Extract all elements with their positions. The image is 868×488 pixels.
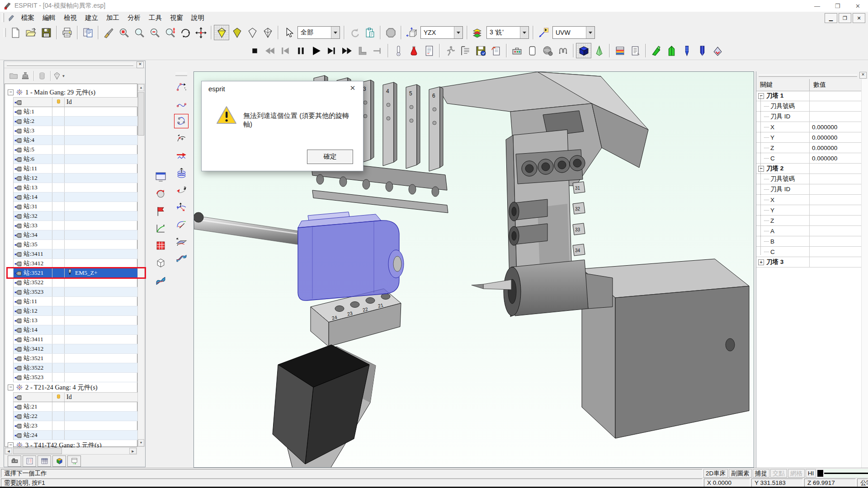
stock-cube-button[interactable]: [153, 255, 168, 270]
sim-fast-forward-button[interactable]: [339, 43, 354, 58]
property-row[interactable]: +刀塔 3: [756, 257, 862, 267]
stock-button[interactable]: [524, 43, 540, 58]
tree-row-station[interactable]: 站:3523: [14, 287, 138, 297]
minimize-button[interactable]: —: [807, 0, 827, 12]
tree-row-station[interactable]: 站:4: [14, 136, 138, 145]
status-toggle-2[interactable]: 捕捉: [753, 469, 769, 478]
chevron-down-icon[interactable]: [586, 27, 594, 38]
tree-column-header[interactable]: Id: [14, 97, 138, 107]
property-row[interactable]: −刀塔 2: [756, 164, 862, 174]
work-plane-combobox[interactable]: YZX: [420, 26, 463, 39]
machine-axes-button[interactable]: [153, 221, 168, 235]
redraw-brush-button[interactable]: [101, 25, 116, 40]
tree-row-station[interactable]: 站:3: [14, 126, 138, 136]
direction-arrow-button[interactable]: [174, 148, 189, 163]
scroll-right-arrow[interactable]: ▶: [129, 448, 137, 454]
collision-button[interactable]: [406, 43, 421, 58]
sim-rewind-button[interactable]: [262, 43, 278, 58]
scroll-up-arrow[interactable]: ▲: [138, 84, 144, 91]
active-layer-combobox[interactable]: 3 '銑': [486, 26, 529, 39]
tree-row-station[interactable]: 站:3521EM5_Z+: [14, 268, 138, 278]
doc-export-button[interactable]: [627, 43, 643, 58]
undo-button[interactable]: [347, 25, 362, 40]
flat-shaded-button[interactable]: [229, 25, 245, 40]
panel-close-button[interactable]: ✕: [137, 61, 144, 68]
chevron-down-icon[interactable]: ▼: [62, 74, 66, 78]
menu-item-file[interactable]: 檔案: [17, 12, 38, 23]
tool-multi-button[interactable]: [710, 43, 725, 58]
property-row[interactable]: C0.000000: [756, 153, 862, 164]
tree-row-station[interactable]: 站:21: [14, 402, 138, 412]
work-plane-button[interactable]: [404, 25, 419, 40]
expander-minus-icon[interactable]: −: [8, 385, 14, 390]
dialog-close-button[interactable]: ✕: [348, 84, 358, 92]
shaded-view-button[interactable]: [214, 25, 229, 40]
expander-minus-icon[interactable]: −: [758, 93, 764, 99]
maximize-button[interactable]: ❐: [827, 0, 848, 12]
status-toggle-1[interactable]: 副圖素: [729, 469, 752, 478]
tree-row-station[interactable]: 站:22: [14, 412, 138, 421]
open-button[interactable]: [23, 25, 38, 40]
tree-row-station[interactable]: 站:34: [14, 230, 138, 240]
scroll-down-arrow[interactable]: ▼: [138, 439, 144, 446]
menu-item-edit[interactable]: 編輯: [38, 12, 60, 23]
toolbox-button[interactable]: [509, 43, 524, 58]
zoom-scale-button[interactable]: [162, 25, 178, 40]
preview-button[interactable]: [80, 25, 95, 40]
property-row[interactable]: 刀具 ID: [756, 184, 862, 195]
property-row[interactable]: C: [756, 247, 862, 257]
close-button[interactable]: ✕: [848, 0, 868, 12]
expander-plus-icon[interactable]: +: [758, 259, 764, 265]
tree-row-station[interactable]: 站:12: [14, 306, 138, 316]
status-toggle-5[interactable]: HI: [806, 469, 816, 478]
setup-list-button[interactable]: [458, 43, 473, 58]
save-simulation-button[interactable]: [473, 43, 488, 58]
tree-row-station[interactable]: 站:3412: [14, 344, 138, 354]
save-button[interactable]: [38, 25, 54, 40]
property-row[interactable]: 刀具 ID: [756, 112, 862, 122]
stamp-button[interactable]: [19, 70, 31, 82]
property-row[interactable]: B: [756, 236, 862, 247]
zoom-button[interactable]: [132, 25, 147, 40]
station-column-header[interactable]: [14, 98, 52, 107]
tree-row-station[interactable]: 站:3522: [14, 278, 138, 287]
stop-sign-button[interactable]: [383, 25, 398, 40]
menu-item-machining[interactable]: 加工: [102, 12, 123, 23]
sim-loop-button[interactable]: [354, 43, 370, 58]
surface-blue-button[interactable]: [153, 272, 168, 287]
sim-pause-button[interactable]: [293, 43, 308, 58]
tree-row-station[interactable]: 站:3411: [14, 335, 138, 344]
tree-vertical-scrollbar[interactable]: ▲ ▼: [137, 84, 145, 447]
curve-arrow-button[interactable]: [174, 80, 189, 94]
property-row[interactable]: −刀塔 1: [756, 91, 862, 101]
station-column-header[interactable]: [14, 393, 52, 402]
tree-row-station[interactable]: 站:1: [14, 107, 138, 117]
menu-item-window[interactable]: 視窗: [166, 12, 187, 23]
paste-button[interactable]: [362, 25, 377, 40]
machine-setup-button[interactable]: [540, 43, 555, 58]
tree-row-station[interactable]: 站:12: [14, 174, 138, 183]
tree-row-station[interactable]: 站:32: [14, 211, 138, 221]
folder-button[interactable]: [8, 70, 19, 82]
tree-row-station[interactable]: 站:2: [14, 117, 138, 126]
tool-column-header[interactable]: [52, 393, 65, 402]
fillet-curve-button[interactable]: [174, 217, 189, 231]
select-filter-combobox[interactable]: 全部: [297, 26, 340, 39]
menu-item-view[interactable]: 檢視: [60, 12, 81, 23]
tree-row-station[interactable]: 站:3411: [14, 249, 138, 259]
window-tab-button[interactable]: [67, 455, 81, 467]
expander-minus-icon[interactable]: −: [758, 166, 764, 172]
sim-window-button[interactable]: [153, 169, 168, 184]
print-button[interactable]: [59, 25, 75, 40]
list-tab-button[interactable]: [23, 455, 36, 467]
property-row[interactable]: Y: [756, 205, 862, 216]
menu-item-analysis[interactable]: 分析: [123, 12, 145, 23]
tree-group-header[interactable]: −2 - T21-24 Gang: 4 元件(s): [5, 382, 137, 392]
closed-curve-button[interactable]: [174, 114, 189, 128]
curve-axes-button[interactable]: [174, 200, 189, 214]
menu-item-help[interactable]: 說明: [187, 12, 208, 23]
tree-row-station[interactable]: 站:11: [14, 164, 138, 174]
collision-flag-button[interactable]: [153, 204, 168, 218]
wireframe-button[interactable]: [245, 25, 260, 40]
export-report-button[interactable]: [488, 43, 504, 58]
